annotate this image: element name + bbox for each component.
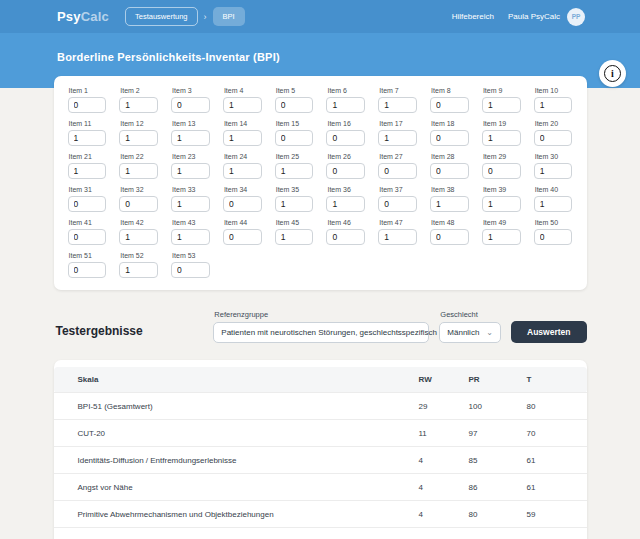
- item-input[interactable]: [482, 130, 521, 146]
- item-input[interactable]: [171, 163, 210, 179]
- item-input[interactable]: [119, 262, 158, 278]
- column-header-pr: PR: [457, 367, 515, 393]
- item-input[interactable]: [378, 130, 417, 146]
- results-table-header-row: Skala RW PR T: [54, 367, 587, 393]
- item-input[interactable]: [171, 130, 210, 146]
- item-input[interactable]: [171, 229, 210, 245]
- reference-group-select[interactable]: Patienten mit neurotischen Störungen, ge…: [213, 322, 429, 343]
- item-input[interactable]: [430, 163, 469, 179]
- avatar[interactable]: PP: [567, 8, 585, 26]
- item-cell: Item 7: [378, 87, 417, 113]
- item-label: Item 31: [69, 186, 107, 193]
- item-label: Item 16: [327, 120, 365, 127]
- item-input[interactable]: [171, 196, 210, 212]
- item-input[interactable]: [326, 229, 365, 245]
- chevron-down-icon: ⌄: [486, 328, 493, 337]
- item-cell: Item 49: [482, 219, 521, 245]
- reference-group-value: Patienten mit neurotischen Störungen, ge…: [221, 328, 437, 337]
- item-input[interactable]: [171, 97, 210, 113]
- item-input[interactable]: [482, 97, 521, 113]
- item-input[interactable]: [534, 163, 573, 179]
- results-table-body: BPI-51 (Gesamtwert)2910080CUT-20119770Id…: [54, 393, 587, 539]
- main-content: Item 1Item 2Item 3Item 4Item 5Item 6Item…: [54, 76, 587, 539]
- breadcrumb: Testauswertung › BPI: [125, 7, 245, 26]
- breadcrumb-item-testauswertung[interactable]: Testauswertung: [125, 7, 198, 26]
- item-input[interactable]: [275, 163, 314, 179]
- item-input[interactable]: [534, 97, 573, 113]
- item-input[interactable]: [326, 163, 365, 179]
- gender-select[interactable]: Männlich ⌄: [439, 322, 501, 343]
- item-input[interactable]: [326, 130, 365, 146]
- item-input[interactable]: [68, 229, 107, 245]
- column-header-rw: RW: [407, 367, 457, 393]
- item-label: Item 19: [483, 120, 521, 127]
- evaluate-button[interactable]: Auswerten: [511, 321, 586, 343]
- item-input[interactable]: [275, 229, 314, 245]
- results-controls: Testergebnisse Referenzgruppe Patienten …: [54, 310, 587, 343]
- item-label: Item 45: [276, 219, 314, 226]
- item-input[interactable]: [430, 229, 469, 245]
- item-input[interactable]: [223, 196, 262, 212]
- item-cell: Item 4: [223, 87, 262, 113]
- item-cell: Item 45: [275, 219, 314, 245]
- item-input[interactable]: [119, 163, 158, 179]
- item-input[interactable]: [171, 262, 210, 278]
- item-input[interactable]: [326, 97, 365, 113]
- item-input[interactable]: [275, 196, 314, 212]
- item-label: Item 15: [276, 120, 314, 127]
- item-input[interactable]: [534, 196, 573, 212]
- item-input[interactable]: [119, 196, 158, 212]
- item-cell: Item 35: [275, 186, 314, 212]
- item-input[interactable]: [378, 229, 417, 245]
- item-cell: Item 48: [430, 219, 469, 245]
- item-input[interactable]: [430, 97, 469, 113]
- item-input[interactable]: [223, 97, 262, 113]
- item-input[interactable]: [275, 97, 314, 113]
- cell-t: 61: [515, 474, 587, 501]
- item-input[interactable]: [119, 130, 158, 146]
- item-cell: Item 27: [378, 153, 417, 179]
- item-input[interactable]: [68, 196, 107, 212]
- item-input[interactable]: [378, 97, 417, 113]
- item-input[interactable]: [482, 229, 521, 245]
- item-input[interactable]: [482, 163, 521, 179]
- gender-field: Geschlecht Männlich ⌄: [439, 310, 501, 343]
- item-input[interactable]: [534, 229, 573, 245]
- item-input[interactable]: [378, 196, 417, 212]
- cell-pr: 86: [457, 474, 515, 501]
- cell-rw: 11: [407, 420, 457, 447]
- user-menu[interactable]: Paula PsyCalc PP: [508, 8, 585, 26]
- item-label: Item 46: [327, 219, 365, 226]
- item-input[interactable]: [68, 97, 107, 113]
- item-input[interactable]: [223, 229, 262, 245]
- item-input[interactable]: [482, 196, 521, 212]
- item-cell: Item 16: [326, 120, 365, 146]
- breadcrumb-item-bpi[interactable]: BPI: [213, 7, 245, 26]
- cell-pr: 100: [457, 393, 515, 420]
- item-input[interactable]: [430, 130, 469, 146]
- cell-t: 59: [515, 501, 587, 528]
- item-input[interactable]: [326, 196, 365, 212]
- item-input[interactable]: [68, 130, 107, 146]
- item-input[interactable]: [68, 262, 107, 278]
- item-input[interactable]: [430, 196, 469, 212]
- item-label: Item 25: [276, 153, 314, 160]
- item-input[interactable]: [378, 163, 417, 179]
- item-input[interactable]: [534, 130, 573, 146]
- help-link[interactable]: Hilfebereich: [452, 12, 494, 21]
- item-label: Item 35: [276, 186, 314, 193]
- item-input[interactable]: [223, 130, 262, 146]
- item-input[interactable]: [119, 97, 158, 113]
- item-cell: Item 5: [275, 87, 314, 113]
- item-input[interactable]: [119, 229, 158, 245]
- item-cell: Item 15: [275, 120, 314, 146]
- item-input[interactable]: [275, 130, 314, 146]
- app-logo[interactable]: PsyCalc: [57, 9, 109, 24]
- table-row: Angst vor Nähe48661: [54, 474, 587, 501]
- table-row: Mangelhafte Realitätsprüfung (psychotisc…: [54, 528, 587, 539]
- item-cell: Item 19: [482, 120, 521, 146]
- item-input[interactable]: [68, 163, 107, 179]
- item-cell: Item 33: [171, 186, 210, 212]
- item-input[interactable]: [223, 163, 262, 179]
- info-button[interactable]: i: [599, 60, 626, 87]
